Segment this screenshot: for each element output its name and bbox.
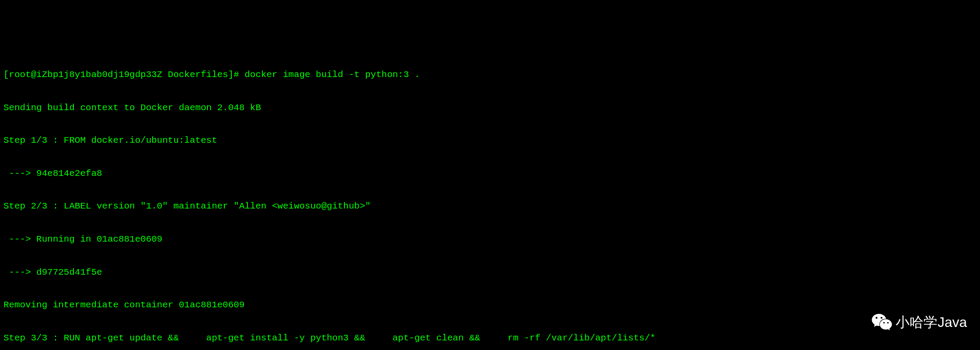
terminal-line: Step 3/3 : RUN apt-get update && apt-get… <box>3 333 977 343</box>
terminal-line: ---> d97725d41f5e <box>3 267 977 278</box>
wechat-icon <box>871 312 892 333</box>
watermark-label: 小哈学Java <box>896 314 967 330</box>
terminal-line: Removing intermediate container 01ac881e… <box>3 300 977 310</box>
terminal-line: Step 1/3 : FROM docker.io/ubuntu:latest <box>3 135 977 146</box>
terminal-line: Step 2/3 : LABEL version "1.0" maintaine… <box>3 201 977 212</box>
terminal-window[interactable]: [root@iZbp1j8y1bab0dj19gdp33Z Dockerfile… <box>3 47 977 350</box>
terminal-line: [root@iZbp1j8y1bab0dj19gdp33Z Dockerfile… <box>3 69 977 80</box>
terminal-line: Sending build context to Docker daemon 2… <box>3 102 977 113</box>
terminal-line: ---> 94e814e2efa8 <box>3 168 977 179</box>
watermark: 小哈学Java <box>871 312 967 333</box>
terminal-line: ---> Running in 01ac881e0609 <box>3 234 977 245</box>
